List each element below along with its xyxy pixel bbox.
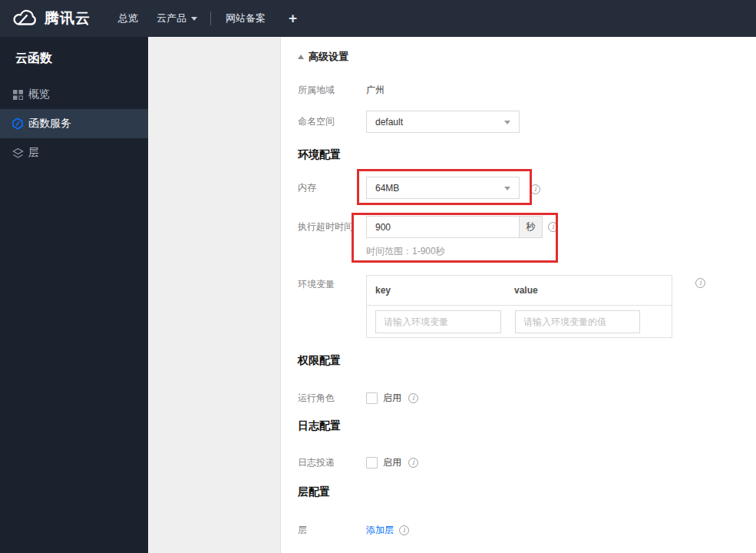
add-layer-link[interactable]: 添加层: [366, 524, 394, 537]
section-heading-permission: 权限配置: [298, 354, 341, 368]
envvar-label: 环境变量: [298, 275, 366, 291]
section-heading-layer: 层配置: [298, 485, 330, 499]
layer-info-icon[interactable]: [399, 525, 409, 535]
run-role-checkbox[interactable]: [366, 392, 378, 404]
envvar-col-value: value: [514, 285, 538, 296]
sidebar-item-label: 概览: [28, 88, 50, 101]
memory-selected-value: 64MB: [375, 183, 399, 194]
sidebar-title: 云函数: [0, 37, 148, 67]
timeout-input-group: 秒: [366, 216, 543, 238]
timeout-info-icon[interactable]: [548, 222, 558, 232]
timeout-unit-suffix: 秒: [519, 217, 542, 237]
namespace-row: 命名空间 default: [298, 111, 520, 133]
envvar-col-key: key: [367, 285, 514, 296]
nav-add-button[interactable]: +: [289, 10, 297, 27]
sidebar-item-function-service[interactable]: 函数服务: [0, 109, 148, 138]
chevron-down-icon: [191, 17, 197, 24]
envvar-key-input[interactable]: [375, 310, 501, 333]
log-shipping-label: 日志投递: [298, 456, 366, 469]
run-role-enable-label: 启用: [383, 392, 401, 405]
grid-icon: [12, 88, 24, 101]
sidebar-item-overview[interactable]: 概览: [0, 80, 148, 109]
sidebar-menu: 概览 函数服务 层: [0, 80, 148, 167]
namespace-selected-value: default: [375, 117, 403, 127]
layer-row: 层 添加层: [298, 524, 409, 537]
layers-icon: [12, 147, 24, 159]
nav-item-label: 云产品: [157, 12, 187, 25]
triangle-up-icon: [298, 51, 304, 59]
envvar-info-icon[interactable]: [695, 278, 705, 288]
advanced-settings-label: 高级设置: [309, 50, 348, 64]
brand-name: 腾讯云: [45, 8, 91, 28]
sidebar: 云函数 概览 函数服务: [0, 37, 148, 553]
nav-item-website-icp[interactable]: 网站备案: [226, 12, 266, 25]
envvar-table-row: [367, 306, 672, 337]
timeout-range-hint: 时间范围：1-900秒: [366, 245, 445, 258]
namespace-label: 命名空间: [298, 115, 366, 128]
section-heading-environment: 环境配置: [298, 148, 341, 162]
envvar-table-header: key value: [367, 276, 672, 306]
nav-item-label: 总览: [118, 12, 138, 25]
region-label: 所属地域: [298, 84, 366, 97]
timeout-label: 执行超时时间: [298, 220, 366, 233]
region-row: 所属地域 广州: [298, 84, 385, 96]
memory-info-icon[interactable]: [530, 184, 540, 194]
chevron-down-icon: [504, 187, 510, 194]
log-shipping-enable-label: 启用: [383, 456, 401, 469]
top-navbar: 腾讯云 总览 云产品 网站备案 +: [0, 0, 756, 37]
timeout-row: 执行超时时间 秒: [298, 216, 543, 238]
timeout-input[interactable]: [367, 217, 519, 237]
envvar-value-input[interactable]: [515, 310, 640, 333]
log-shipping-row: 日志投递 启用: [298, 456, 418, 469]
nav-item-label: 网站备案: [226, 12, 266, 25]
sidebar-item-layers[interactable]: 层: [0, 138, 148, 167]
memory-select[interactable]: 64MB: [366, 177, 520, 199]
section-heading-log: 日志配置: [298, 419, 341, 433]
function-hexagon-icon: [12, 118, 24, 130]
sidebar-item-label: 函数服务: [28, 117, 71, 131]
envvar-table: key value: [366, 275, 672, 338]
memory-label: 内存: [298, 181, 366, 194]
sidebar-item-label: 层: [28, 146, 39, 160]
region-value: 广州: [366, 84, 385, 97]
run-role-info-icon[interactable]: [408, 393, 418, 403]
tencent-cloud-logo-icon: [11, 8, 38, 28]
log-shipping-info-icon[interactable]: [408, 458, 418, 468]
function-config-form: 高级设置 所属地域 广州 命名空间 default 环境配置 内存 64MB 执…: [281, 37, 756, 553]
nav-divider: [210, 12, 211, 25]
brand[interactable]: 腾讯云: [11, 8, 91, 28]
secondary-panel: [148, 37, 281, 553]
nav-item-cloud-products[interactable]: 云产品: [157, 12, 197, 25]
envvar-row: 环境变量 key value: [298, 275, 672, 338]
run-role-row: 运行角色 启用: [298, 392, 418, 405]
log-shipping-checkbox[interactable]: [366, 457, 378, 469]
advanced-settings-toggle[interactable]: 高级设置: [298, 49, 348, 65]
run-role-label: 运行角色: [298, 392, 366, 405]
layer-label: 层: [298, 524, 366, 537]
memory-row: 内存 64MB: [298, 177, 520, 199]
nav-item-overview[interactable]: 总览: [118, 12, 138, 25]
namespace-select[interactable]: default: [366, 111, 520, 133]
chevron-down-icon: [504, 121, 510, 127]
